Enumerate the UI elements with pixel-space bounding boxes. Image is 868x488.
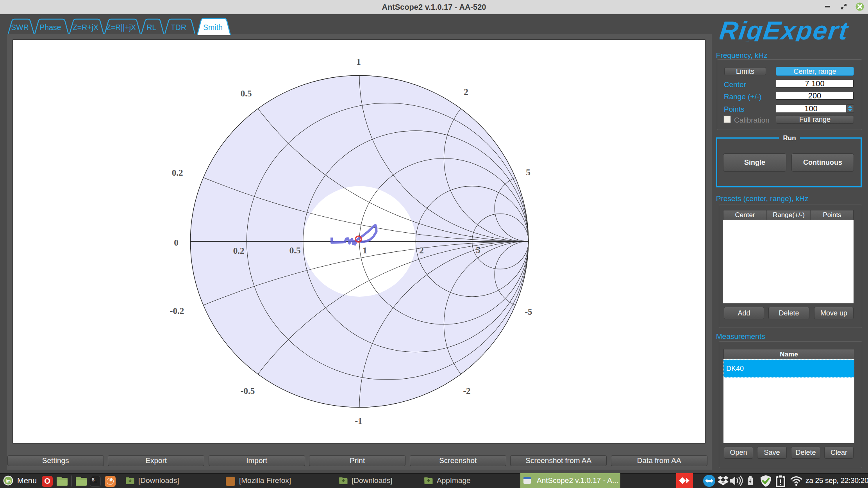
svg-text:-5: -5 bbox=[525, 307, 532, 317]
svg-text:Smith: Smith bbox=[203, 23, 223, 32]
svg-text:0.5: 0.5 bbox=[289, 246, 301, 255]
svg-text:-0.2: -0.2 bbox=[170, 306, 184, 316]
svg-text:0.5: 0.5 bbox=[241, 89, 252, 98]
svg-text:Phase: Phase bbox=[39, 23, 61, 32]
svg-text:5: 5 bbox=[526, 167, 530, 177]
svg-text:1: 1 bbox=[363, 246, 367, 255]
svg-text:lm: lm bbox=[6, 479, 11, 483]
svg-text:RL: RL bbox=[147, 23, 157, 32]
svg-text:5: 5 bbox=[476, 245, 480, 255]
svg-text:Z=R+jX: Z=R+jX bbox=[73, 23, 98, 32]
svg-text:2: 2 bbox=[464, 87, 468, 97]
svg-text:-2: -2 bbox=[463, 386, 470, 396]
svg-text:Z=R||+jX: Z=R||+jX bbox=[106, 23, 136, 32]
svg-text:-1: -1 bbox=[355, 416, 362, 426]
svg-text:-0.5: -0.5 bbox=[241, 386, 255, 396]
svg-text:0.2: 0.2 bbox=[233, 246, 245, 256]
svg-text:0: 0 bbox=[174, 238, 179, 248]
svg-text:TDR: TDR bbox=[171, 23, 186, 32]
svg-text:1: 1 bbox=[356, 57, 361, 67]
svg-text:0.2: 0.2 bbox=[172, 168, 183, 178]
svg-text:SWR: SWR bbox=[11, 23, 29, 32]
svg-text:2: 2 bbox=[419, 246, 424, 255]
